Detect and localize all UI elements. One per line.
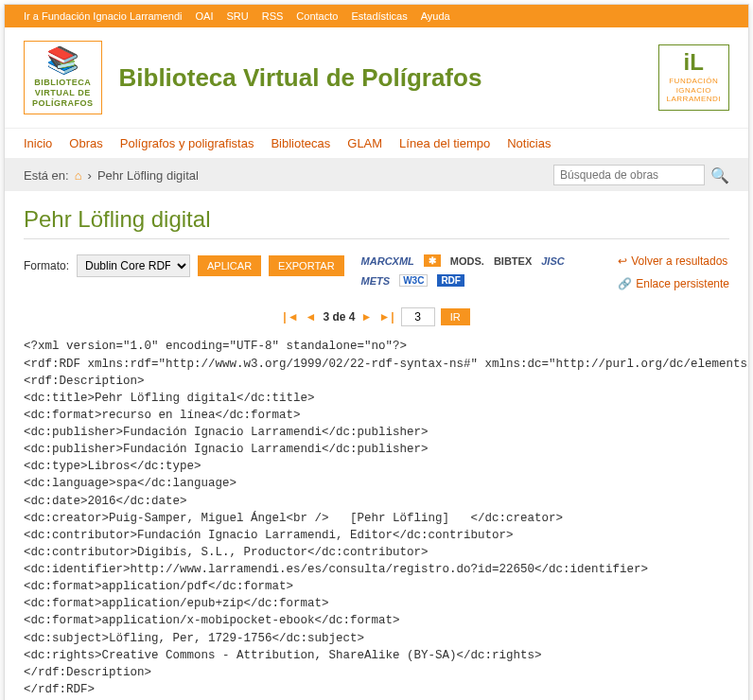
nav-obras[interactable]: Obras <box>69 136 102 150</box>
logo-right-text: FUNDACIÓN IGNACIO LARRAMENDI <box>667 77 721 104</box>
il-icon: iL <box>667 51 721 74</box>
site-title: Biblioteca Virtual de Polígrafos <box>119 63 641 93</box>
nav-inicio[interactable]: Inicio <box>24 136 52 150</box>
home-icon[interactable]: ⌂ <box>75 168 82 183</box>
mets-logo[interactable]: METS <box>361 275 391 287</box>
search-icon[interactable]: 🔍 <box>710 166 729 184</box>
pager-first-icon[interactable]: |◄ <box>283 310 299 324</box>
topbar-link[interactable]: OAI <box>196 10 214 22</box>
arrow-left-icon: ↩ <box>618 254 627 268</box>
format-select[interactable]: Dublin Core RDF <box>77 254 190 277</box>
permalink-link[interactable]: 🔗 Enlace persistente <box>618 277 729 290</box>
nav-noticias[interactable]: Noticias <box>507 136 551 150</box>
logo-left[interactable]: 📚 BIBLIOTECA VIRTUAL DE POLÍGRAFOS <box>24 41 102 114</box>
marcxml-logo[interactable]: MARCXML <box>361 255 414 267</box>
mods-logo[interactable]: MODS. <box>450 255 484 267</box>
pager-prev-icon[interactable]: ◄ <box>306 310 318 324</box>
books-icon: 📚 <box>32 47 94 74</box>
w3c-logo[interactable]: W3C <box>399 274 428 287</box>
pager-position: 3 de 4 <box>323 310 355 324</box>
pager-go-button[interactable]: IR <box>441 308 470 325</box>
logo-left-text: BIBLIOTECA VIRTUAL DE POLÍGRAFOS <box>32 78 94 108</box>
link-icon: 🔗 <box>618 277 632 290</box>
topbar-link[interactable]: Ayuda <box>421 10 450 22</box>
nav-poligrafos[interactable]: Polígrafos y poligrafistas <box>120 136 254 150</box>
breadcrumb-current: Pehr Löfling digital <box>97 168 199 183</box>
jisc-logo[interactable]: JISC <box>541 255 564 267</box>
topbar: Ir a Fundación Ignacio Larramendi OAI SR… <box>5 5 748 27</box>
format-label: Formato: <box>24 259 69 272</box>
search-input[interactable] <box>553 165 705 185</box>
format-logos: MARCXML ✱ MODS. BIBTEX JISC METS W3C RDF <box>361 254 579 287</box>
breadcrumb-prefix: Está en: <box>24 168 69 183</box>
header: 📚 BIBLIOTECA VIRTUAL DE POLÍGRAFOS Bibli… <box>5 27 748 128</box>
topbar-link[interactable]: Estadísticas <box>351 10 407 22</box>
topbar-link[interactable]: RSS <box>262 10 284 22</box>
main-nav: Inicio Obras Polígrafos y poligrafistas … <box>5 128 748 159</box>
logo-right[interactable]: iL FUNDACIÓN IGNACIO LARRAMENDI <box>658 44 729 111</box>
search-box: 🔍 <box>553 165 729 185</box>
format-controls: Formato: Dublin Core RDF APLICAR EXPORTA… <box>24 254 729 290</box>
topbar-link[interactable]: SRU <box>227 10 249 22</box>
nav-linea[interactable]: Línea del tiempo <box>399 136 490 150</box>
side-links: ↩ Volver a resultados 🔗 Enlace persisten… <box>618 254 729 290</box>
pager-last-icon[interactable]: ►| <box>378 310 394 324</box>
xml-output[interactable]: <?xml version="1.0" encoding="UTF-8" sta… <box>5 338 748 700</box>
apply-button[interactable]: APLICAR <box>198 255 261 276</box>
star-logo[interactable]: ✱ <box>424 254 441 267</box>
export-button[interactable]: EXPORTAR <box>269 255 344 276</box>
bibtex-logo[interactable]: BIBTEX <box>494 255 532 267</box>
nav-glam[interactable]: GLAM <box>347 136 382 150</box>
topbar-link[interactable]: Ir a Fundación Ignacio Larramendi <box>24 10 183 22</box>
page-title: Pehr Löfling digital <box>24 206 729 239</box>
breadcrumb: Está en: ⌂ › Pehr Löfling digital 🔍 <box>5 159 748 191</box>
breadcrumb-sep: › <box>88 168 92 183</box>
pager-next-icon[interactable]: ► <box>361 310 374 324</box>
nav-bibliotecas[interactable]: Bibliotecas <box>271 136 330 150</box>
back-to-results-link[interactable]: ↩ Volver a resultados <box>618 254 729 268</box>
pager: |◄ ◄ 3 de 4 ► ►| IR <box>24 307 729 326</box>
pager-input[interactable] <box>401 307 435 326</box>
rdf-logo[interactable]: RDF <box>437 274 464 287</box>
topbar-link[interactable]: Contacto <box>296 10 338 22</box>
